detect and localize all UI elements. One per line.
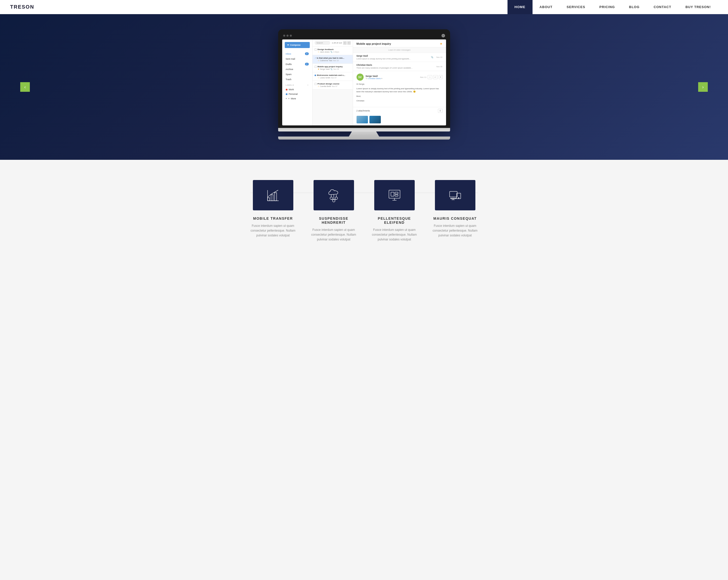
thread-preview-1: Lorem Ipsum is simply dummy text of the …	[357, 58, 411, 60]
message-body-3: Christian	[357, 99, 443, 102]
message-more-action[interactable]: ▾	[439, 75, 443, 79]
sidebar-item-trash[interactable]: Trash	[282, 77, 312, 82]
email-checkbox-1[interactable]	[315, 49, 317, 51]
nav-item-home[interactable]: HOME	[508, 0, 532, 14]
hero-section: ‹ › ✕ ✏	[0, 14, 728, 160]
nav: HOME ABOUT SERVICES PRICING BLOG CONTACT…	[508, 0, 718, 14]
laptop-stand	[349, 131, 379, 136]
laptop-screen: ✏ Compose Inbox 3 Sent mail Drafts 2	[282, 39, 446, 125]
thread-item-2: Christian Davis There are many variation…	[353, 62, 446, 71]
label-work[interactable]: Work	[282, 87, 312, 92]
feature-mobile-transfer: MOBILE TRANSFER Fusce interdum sapien ut…	[250, 180, 296, 242]
nav-item-blog[interactable]: BLOG	[622, 0, 647, 14]
email-item-5-header: Product design course	[315, 83, 351, 85]
email-time-2: Nov 10	[333, 60, 339, 61]
message-body-2: Best,	[357, 95, 443, 98]
email-subject-3: Mobile app project inquiry	[318, 65, 351, 68]
feature-icon-box-4	[435, 180, 475, 210]
message-reply-action[interactable]: ↩	[433, 75, 438, 79]
feature-mauris: MAURIS CONSEQUAT Fusce interdum sapien u…	[433, 180, 478, 242]
compose-button[interactable]: ✏ Compose	[285, 42, 310, 48]
email-message-meta: Serge Vasil To Christian Davis ▾	[366, 75, 418, 80]
email-count: 1-24 of 112	[332, 42, 342, 44]
message-body: Hi Serge, Lorem Ipsum is simply dummy te…	[357, 83, 443, 102]
nav-item-contact[interactable]: CONTACT	[647, 0, 678, 14]
email-time-4: Nov 07	[331, 77, 337, 79]
feature-desc-4: Fusce interdum sapien ut quam consectetu…	[433, 223, 478, 238]
email-star-5[interactable]: ☆	[318, 85, 319, 87]
email-detail-star[interactable]: ★	[440, 42, 443, 46]
thread-from-2: Christian Davis	[357, 64, 413, 66]
label-more[interactable]: + + More	[282, 96, 312, 101]
prev-slide-button[interactable]: ‹	[20, 82, 30, 92]
email-star-4[interactable]: ☆	[318, 77, 319, 79]
logo: TRESON	[10, 4, 34, 10]
labels-expand-icon[interactable]: +	[307, 84, 309, 86]
personal-dot	[286, 93, 287, 95]
email-star-3[interactable]: ★	[318, 68, 319, 70]
next-slide-button[interactable]: ›	[698, 82, 708, 92]
message-actions: Nov 11 ☆ ↩ ▾	[420, 75, 442, 79]
hero-content: ✕ ✏ Compose Inbox 3	[0, 29, 728, 139]
download-all-icon[interactable]: ⬇	[438, 109, 443, 113]
email-item-1[interactable]: Design feedback ☆ Jack Jones 📎 4:30pm	[313, 47, 353, 55]
email-item-2[interactable]: ✓ Is that what you had in min... ☆ Cathe…	[313, 55, 353, 64]
inbox-badge: 3	[305, 52, 309, 55]
email-subject-2: Is that what you had in min...	[317, 57, 351, 59]
email-next-arrow[interactable]: ›	[347, 41, 351, 45]
svg-rect-13	[389, 190, 400, 198]
feature-title-2: SUSPENDISSE HENDRERIT	[311, 216, 357, 225]
email-list: Search 1-24 of 112 ‹ ›	[313, 39, 353, 125]
email-time-3: Nov 09	[333, 68, 339, 70]
svg-point-5	[330, 197, 333, 200]
search-box[interactable]: Search	[315, 41, 331, 45]
email-message: SV Serge Vasil To Christian Davis ▾ Nov …	[353, 71, 446, 107]
message-star-action[interactable]: ☆	[427, 75, 432, 79]
thumb-image-2	[369, 116, 381, 123]
more-label: +	[286, 97, 287, 100]
email-item-4-header: Bistronome materials and s...	[315, 74, 351, 76]
feature-title-1: MOBILE TRANSFER	[253, 216, 293, 220]
sidebar-item-spam[interactable]: Spam	[282, 72, 312, 77]
label-personal[interactable]: Personal	[282, 92, 312, 96]
email-item-4[interactable]: Bistronome materials and s... ☆ Lewis Sm…	[313, 72, 353, 81]
spam-label: Spam	[286, 73, 292, 76]
feature-desc-1: Fusce interdum sapien ut quam consectetu…	[250, 223, 296, 238]
attachment-thumb-1[interactable]	[357, 116, 368, 123]
email-prev-arrow[interactable]: ‹	[343, 41, 347, 45]
email-detail: Mobile app project inquiry ★ Load 24 old…	[353, 39, 446, 125]
search-placeholder: Search	[317, 42, 323, 44]
nav-item-about[interactable]: ABOUT	[532, 0, 560, 14]
sidebar-item-archive[interactable]: Archive	[282, 67, 312, 72]
email-time-5: Nov 07	[332, 85, 337, 87]
email-item-3[interactable]: Mobile app project inquiry ★ Serge Vasil…	[313, 64, 353, 72]
email-checkbox-3[interactable]	[315, 66, 317, 68]
email-item-2-header: ✓ Is that what you had in min...	[315, 57, 351, 59]
email-star-1[interactable]: ☆	[318, 51, 319, 53]
email-item-5[interactable]: Product design course ☆ Camilla Belle No…	[313, 81, 353, 89]
feature-icon-box-1	[253, 180, 293, 210]
compose-label: Compose	[290, 44, 301, 46]
svg-point-7	[333, 200, 335, 202]
feature-title-4: MAURIS CONSEQUAT	[434, 216, 477, 220]
email-attachments: 2 attachments ⬇	[353, 107, 446, 114]
sidebar-item-sent[interactable]: Sent mail	[282, 56, 312, 61]
nav-item-pricing[interactable]: PRICING	[592, 0, 622, 14]
nav-item-services[interactable]: SERVICES	[560, 0, 593, 14]
svg-rect-2	[275, 193, 277, 201]
message-date: Nov 11	[420, 76, 426, 78]
sidebar-item-drafts[interactable]: Drafts 2	[282, 61, 312, 67]
attachment-thumb-2[interactable]	[369, 116, 381, 123]
laptop-close-button[interactable]: ✕	[442, 34, 445, 37]
email-checkbox-5[interactable]	[315, 83, 317, 85]
feature-desc-2: Fusce interdum sapien ut quam consectetu…	[311, 228, 357, 242]
message-from: Serge Vasil	[366, 75, 418, 77]
nav-item-buy[interactable]: BUY TRESON!	[678, 0, 718, 14]
email-subject-5: Product design course	[318, 83, 351, 85]
email-subject-1: Design feedback	[318, 48, 351, 51]
work-dot	[286, 89, 287, 90]
laptop-dot-3	[290, 35, 292, 37]
load-older[interactable]: Load 24 older messages	[353, 47, 446, 53]
email-star-2[interactable]: ☆	[318, 59, 319, 62]
sidebar-item-inbox[interactable]: Inbox 3	[282, 51, 312, 56]
